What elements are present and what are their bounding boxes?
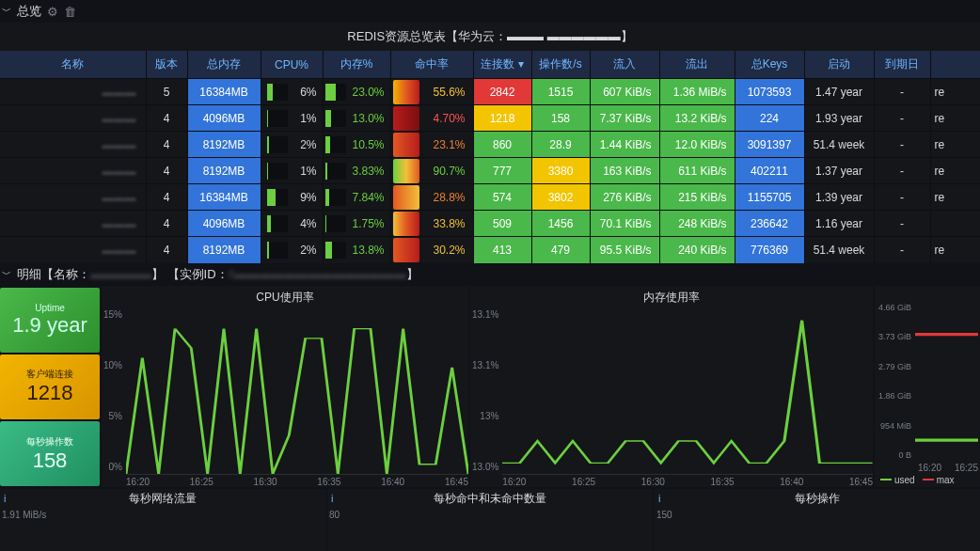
overview-panel-title: REDIS资源总览表【华为云：▬▬▬ ▬▬▬▬▬▬】: [0, 23, 980, 51]
table-row[interactable]: ▬▬▬ 4 8192MB 2% 13.8% 30.2% 413 479 95.5…: [0, 237, 980, 263]
col-ops[interactable]: 操作数/s: [531, 51, 590, 79]
col-in[interactable]: 流入: [590, 51, 659, 79]
stat-card: 每秒操作数158: [0, 421, 100, 486]
table-row[interactable]: ▬▬▬ 4 8192MB 2% 10.5% 23.1% 860 28.9 1.4…: [0, 132, 980, 158]
mini-chart: i 每秒命中和未命中数量 8060: [327, 489, 653, 552]
table-row[interactable]: ▬▬▬ 4 4096MB 4% 1.75% 33.8% 509 1456 70.…: [0, 211, 980, 237]
gear-icon[interactable]: ⚙: [47, 5, 58, 19]
stat-card: Uptime1.9 year: [0, 288, 100, 353]
info-icon[interactable]: i: [658, 493, 660, 504]
info-icon[interactable]: i: [331, 493, 333, 504]
info-icon[interactable]: i: [4, 493, 6, 504]
mini-chart: i 每秒操作 150: [655, 489, 980, 552]
cpu-chart: CPU使用率 15%10%5%0% 16:2016:2516:3016:3516…: [102, 286, 468, 487]
trash-icon[interactable]: 🗑: [64, 5, 76, 19]
col-memp[interactable]: 内存%: [323, 51, 390, 79]
mem-chart: 内存使用率 13.1%13.1%13%13.0% 16:2016:2516:30…: [470, 286, 873, 487]
table-row[interactable]: ▬▬▬ 5 16384MB 6% 23.0% 55.6% 2842 1515 6…: [0, 79, 980, 105]
col-out[interactable]: 流出: [659, 51, 735, 79]
table-row[interactable]: ▬▬▬ 4 8192MB 1% 3.83% 90.7% 777 3380 163…: [0, 158, 980, 184]
col-keys[interactable]: 总Keys: [735, 51, 804, 79]
col-name[interactable]: 名称: [0, 51, 146, 79]
mini-chart: i 每秒网络流量 1.91 MiB/s1.43 MiB/s: [0, 489, 325, 552]
col-boot[interactable]: 启动: [804, 51, 874, 79]
overview-title: 总览: [17, 3, 41, 20]
mem-aux-chart: 4.66 GiB3.73 GiB2.79 GiB1.86 GiB954 MiB0…: [875, 286, 980, 487]
col-ver[interactable]: 版本: [146, 51, 187, 79]
col-conn[interactable]: 连接数 ▾: [473, 51, 531, 79]
col-hit[interactable]: 命中率: [390, 51, 473, 79]
collapse-icon[interactable]: ﹀: [2, 5, 11, 18]
stat-card: 客户端连接1218: [0, 354, 100, 419]
table-row[interactable]: ▬▬▬ 4 16384MB 9% 7.84% 28.8% 574 3802 27…: [0, 184, 980, 211]
col-expire[interactable]: 到期日: [874, 51, 930, 79]
overview-table: 名称版本总内存CPU%内存%命中率连接数 ▾操作数/s流入流出总Keys启动到期…: [0, 51, 980, 263]
collapse-icon[interactable]: ﹀: [2, 268, 11, 281]
col-mem[interactable]: 总内存: [187, 51, 261, 79]
col-cpu[interactable]: CPU%: [261, 51, 323, 79]
table-row[interactable]: ▬▬▬ 4 4096MB 1% 13.0% 4.70% 1218 158 7.3…: [0, 105, 980, 132]
detail-title: 明细【名称：▬▬▬▬▬】 【实例ID：6▬▬▬▬▬▬▬▬▬▬▬▬▬▬】: [17, 266, 419, 283]
